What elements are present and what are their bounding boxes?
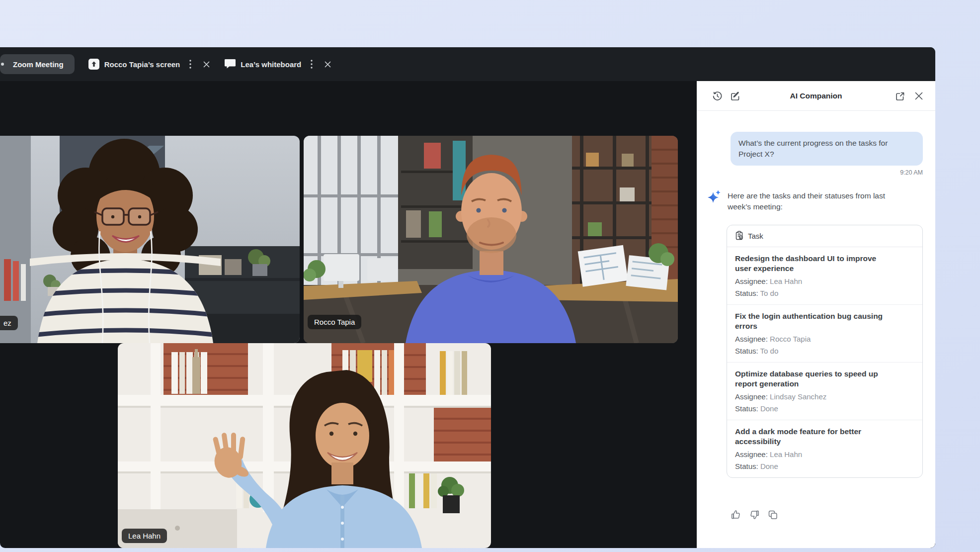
panel-header: AI Companion (697, 81, 935, 111)
tab-bar: Zoom Meeting Rocco Tapia’s screen Lea’ (0, 47, 935, 81)
task-assignee: Assignee: Rocco Tapia (735, 335, 914, 343)
task-title: Fix the login authentication bug causing… (735, 311, 884, 331)
task-assignee: Assignee: Lea Hahn (735, 450, 914, 459)
ai-response-text: Here are the tasks and their statuses fr… (728, 190, 924, 212)
tab-label: Zoom Meeting (13, 60, 64, 69)
history-icon[interactable] (711, 90, 724, 102)
task-title: Redesign the dashboard UI to improve use… (735, 254, 884, 274)
video-lea-scene (118, 343, 491, 548)
participant-name-tag: ez (0, 316, 18, 330)
video-tile-lindsay: ez (0, 136, 300, 343)
compose-icon[interactable] (729, 90, 741, 102)
thumbs-up-icon[interactable] (731, 509, 741, 520)
video-tile-rocco: Rocco Tapia (304, 136, 678, 343)
thumbs-down-icon[interactable] (749, 509, 760, 520)
tab-options-icon[interactable] (306, 59, 317, 70)
video-rocco-scene (304, 136, 678, 343)
task-row: Fix the login authentication bug causing… (727, 305, 922, 363)
task-card: Task Redesign the dashboard UI to improv… (727, 225, 923, 478)
tab-options-icon[interactable] (185, 59, 196, 70)
task-card-header: Task (727, 225, 922, 247)
task-row: Redesign the dashboard UI to improve use… (727, 247, 922, 305)
tab-rocco-screen[interactable]: Rocco Tapia’s screen (88, 59, 212, 70)
close-icon[interactable] (912, 90, 925, 102)
open-external-icon[interactable] (894, 90, 906, 102)
task-card-title: Task (748, 232, 763, 240)
camera-icon (1, 63, 4, 66)
task-status: Status: Done (735, 404, 914, 413)
tab-close-icon[interactable] (201, 59, 212, 70)
task-clipboard-icon (735, 231, 744, 242)
tab-lea-whiteboard[interactable]: Lea’s whiteboard (225, 59, 333, 70)
whiteboard-icon (225, 59, 236, 70)
ai-companion-sparkle-icon (706, 189, 722, 205)
screen-share-icon (88, 59, 99, 70)
participant-name-tag: Lea Hahn (122, 529, 167, 543)
feedback-row (731, 509, 778, 520)
message-timestamp: 9:20 AM (900, 169, 923, 176)
tab-label: Rocco Tapia’s screen (104, 60, 180, 69)
background-shelves-mid (398, 136, 473, 269)
tab-close-icon[interactable] (322, 59, 333, 70)
ai-companion-panel: AI Companion (697, 81, 935, 548)
page: Zoom Meeting Rocco Tapia’s screen Lea’ (0, 0, 980, 552)
task-title: Optimize database queries to speed up re… (735, 369, 884, 389)
video-tile-lea: Lea Hahn (118, 343, 491, 548)
task-row: Add a dark mode feature for better acces… (727, 420, 922, 477)
task-assignee: Assignee: Lindsay Sanchez (735, 392, 914, 401)
task-status: Status: To do (735, 289, 914, 297)
user-message-text: What’s the current progress on the tasks… (738, 138, 897, 160)
user-message-bubble: What’s the current progress on the tasks… (731, 132, 923, 166)
zoom-meeting-window: Zoom Meeting Rocco Tapia’s screen Lea’ (0, 47, 935, 548)
video-lindsay-scene (0, 136, 300, 343)
tab-zoom-meeting[interactable]: Zoom Meeting (0, 54, 75, 74)
participant-name-tag: Rocco Tapia (308, 315, 361, 329)
task-title: Add a dark mode feature for better acces… (735, 427, 884, 447)
task-row: Optimize database queries to speed up re… (727, 363, 922, 420)
tab-label: Lea’s whiteboard (241, 60, 301, 69)
task-status: Status: Done (735, 462, 914, 470)
copy-icon[interactable] (767, 509, 778, 520)
task-assignee: Assignee: Lea Hahn (735, 277, 914, 285)
task-status: Status: To do (735, 347, 914, 355)
